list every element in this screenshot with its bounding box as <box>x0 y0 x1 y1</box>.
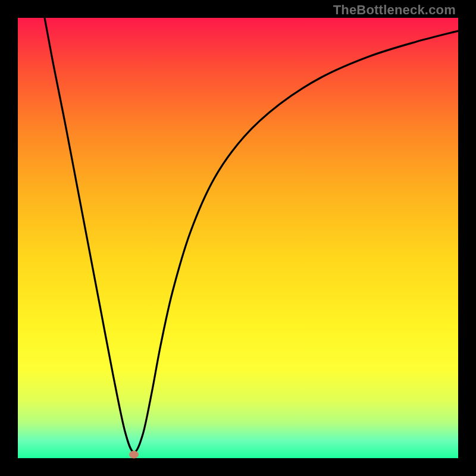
optimum-marker <box>129 451 139 459</box>
bottleneck-curve <box>18 18 458 458</box>
curve-path <box>45 18 458 452</box>
chart-frame: TheBottleneck.com <box>0 0 476 476</box>
watermark-text: TheBottleneck.com <box>333 2 456 18</box>
plot-area <box>18 18 458 458</box>
